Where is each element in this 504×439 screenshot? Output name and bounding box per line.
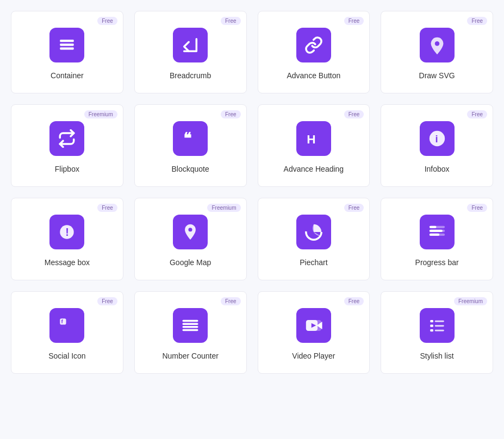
card-number-counter[interactable]: Free Number Counter (134, 291, 247, 374)
label-container: Container (51, 71, 84, 80)
icon-wrap-message-box: ! (49, 215, 84, 249)
badge-piechart: Free (344, 204, 364, 212)
svg-rect-30 (430, 325, 433, 327)
svg-rect-28 (430, 320, 433, 322)
icon-wrap-advance-button (296, 28, 331, 62)
badge-google-map: Freemium (207, 204, 240, 212)
icon-wrap-social-icon: f (49, 308, 84, 343)
svg-point-4 (434, 41, 439, 46)
icon-wrap-google-map (173, 215, 208, 249)
label-draw-svg: Draw SVG (419, 71, 455, 80)
badge-number-counter: Free (221, 297, 241, 305)
label-message-box: Message box (45, 258, 90, 267)
svg-rect-32 (430, 329, 433, 331)
label-video-player: Video Player (292, 352, 335, 360)
svg-rect-33 (434, 330, 444, 331)
card-progress-bar[interactable]: Free Progress bar (381, 198, 493, 280)
icon-wrap-video-player (296, 308, 331, 343)
svg-rect-1 (60, 43, 74, 46)
svg-text:i: i (435, 133, 438, 145)
svg-rect-18 (429, 226, 436, 228)
badge-progress-bar: Free (467, 204, 487, 212)
card-piechart[interactable]: Free Piechart (258, 198, 370, 280)
icon-wrap-draw-svg (420, 28, 455, 62)
label-stylish-list: Stylish list (420, 352, 454, 360)
card-google-map[interactable]: Freemium Google Map (134, 198, 247, 280)
icon-wrap-blockquote: ❝ (173, 121, 208, 156)
svg-rect-31 (434, 325, 444, 327)
label-number-counter: Number Counter (162, 352, 219, 360)
card-video-player[interactable]: Free Video Player (258, 291, 370, 374)
label-breadcrumb: Breadcrumb (170, 71, 211, 80)
svg-text:!: ! (66, 226, 70, 238)
svg-rect-29 (434, 321, 444, 322)
card-advance-heading[interactable]: Free H Advance Heading (258, 104, 370, 187)
icon-wrap-breadcrumb (173, 28, 208, 62)
icon-wrap-flipbox (49, 121, 84, 156)
widget-grid: Free ContainerFree BreadcrumbFree Advanc… (11, 11, 493, 374)
svg-rect-0 (60, 40, 74, 42)
icon-wrap-number-counter (173, 308, 208, 343)
card-advance-button[interactable]: Free Advance Button (258, 11, 370, 93)
label-google-map: Google Map (170, 258, 211, 267)
badge-infobox: Free (467, 110, 487, 118)
label-progress-bar: Progress bar (415, 258, 459, 267)
badge-message-box: Free (97, 204, 117, 212)
badge-advance-button: Free (344, 17, 364, 25)
card-breadcrumb[interactable]: Free Breadcrumb (134, 11, 247, 93)
card-infobox[interactable]: Free i Infobox (381, 104, 493, 187)
card-blockquote[interactable]: Free ❝ Blockquote (134, 104, 247, 187)
svg-rect-2 (60, 47, 74, 49)
badge-container: Free (97, 17, 117, 25)
label-blockquote: Blockquote (171, 165, 209, 173)
label-flipbox: Flipbox (55, 165, 79, 173)
badge-draw-svg: Free (467, 17, 487, 25)
label-infobox: Infobox (425, 165, 450, 173)
badge-stylish-list: Freemium (454, 297, 487, 305)
icon-wrap-stylish-list (420, 308, 455, 343)
svg-rect-14 (429, 234, 439, 236)
badge-flipbox: Freemium (84, 110, 117, 118)
svg-text:❝: ❝ (183, 130, 191, 147)
card-flipbox[interactable]: Freemium Flipbox (11, 104, 123, 187)
card-stylish-list[interactable]: Freemium Stylish list (381, 291, 493, 374)
card-draw-svg[interactable]: Free Draw SVG (381, 11, 493, 93)
badge-blockquote: Free (221, 110, 241, 118)
label-advance-heading: Advance Heading (284, 165, 344, 173)
card-social-icon[interactable]: Free f Social Icon (11, 291, 123, 374)
svg-point-11 (189, 228, 192, 231)
badge-advance-heading: Free (344, 110, 364, 118)
icon-wrap-progress-bar (420, 215, 455, 249)
svg-text:H: H (307, 132, 315, 146)
icon-wrap-advance-heading: H (296, 121, 331, 156)
icon-wrap-piechart (296, 215, 331, 249)
badge-social-icon: Free (97, 297, 117, 305)
label-piechart: Piechart (300, 258, 327, 267)
badge-breadcrumb: Free (221, 17, 241, 25)
badge-video-player: Free (344, 297, 364, 305)
svg-rect-16 (429, 230, 442, 232)
icon-wrap-infobox: i (420, 121, 455, 156)
label-social-icon: Social Icon (48, 352, 85, 360)
card-message-box[interactable]: Free ! Message box (11, 198, 123, 280)
label-advance-button: Advance Button (287, 71, 340, 80)
card-container[interactable]: Free Container (11, 11, 123, 93)
icon-wrap-container (49, 28, 84, 62)
